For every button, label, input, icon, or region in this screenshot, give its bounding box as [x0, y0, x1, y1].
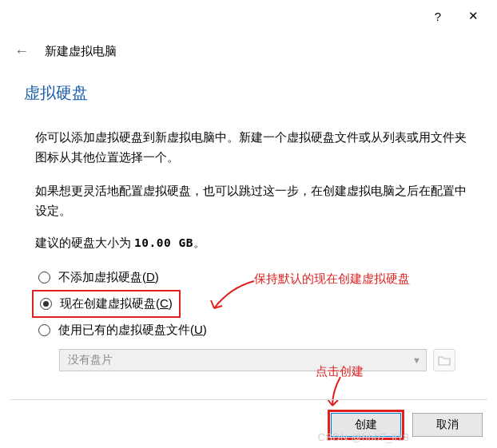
watermark: CSDN @hh07_ll18	[317, 431, 409, 443]
radio-no-disk[interactable]: 不添加虚拟硬盘(D)	[35, 265, 473, 290]
wizard-header: ← 新建虚拟电脑	[0, 32, 497, 66]
radio-label: 不添加虚拟硬盘(D)	[58, 270, 159, 285]
radio-label: 现在创建虚拟硬盘(C)	[60, 296, 173, 311]
size-prefix: 建议的硬盘大小为	[35, 236, 134, 249]
radio-label: 使用已有的虚拟硬盘文件(U)	[58, 323, 207, 338]
radio-icon	[40, 298, 52, 310]
dropdown-placeholder: 没有盘片	[68, 353, 113, 367]
recommended-size: 建议的硬盘大小为 10.00 GB。	[24, 236, 473, 251]
close-button[interactable]: ✕	[455, 3, 491, 29]
folder-icon	[438, 355, 451, 366]
browse-folder-button	[433, 349, 455, 371]
radio-icon	[38, 272, 50, 283]
description-p2: 如果想更灵活地配置虚拟硬盘，也可以跳过这一步，在创建虚拟电脑之后在配置中设定。	[24, 181, 473, 220]
cancel-button[interactable]: 取消	[412, 413, 483, 437]
content-area: 虚拟硬盘 你可以添加虚拟硬盘到新虚拟电脑中。新建一个虚拟硬盘文件或从列表或用文件…	[0, 66, 497, 379]
help-button[interactable]: ?	[420, 3, 455, 29]
radio-group: 不添加虚拟硬盘(D) 现在创建虚拟硬盘(C) 使用已有的虚拟硬盘文件(U)	[24, 265, 473, 343]
titlebar: ? ✕	[0, 0, 497, 32]
size-value: 10.00 GB	[134, 236, 193, 249]
footer-separator	[10, 399, 487, 400]
section-heading: 虚拟硬盘	[24, 82, 473, 104]
wizard-title: 新建虚拟电脑	[45, 44, 117, 59]
description-p1: 你可以添加虚拟硬盘到新虚拟电脑中。新建一个虚拟硬盘文件或从列表或用文件夹图标从其…	[24, 128, 473, 167]
existing-disk-dropdown: 没有盘片 ▼	[59, 349, 427, 371]
chevron-down-icon: ▼	[412, 355, 421, 365]
radio-use-existing[interactable]: 使用已有的虚拟硬盘文件(U)	[35, 318, 473, 343]
radio-create-now[interactable]: 现在创建虚拟硬盘(C)	[32, 290, 181, 318]
size-suffix: 。	[193, 236, 205, 249]
annotation-arrow-2	[318, 375, 358, 412]
radio-icon	[38, 324, 50, 336]
back-arrow-icon[interactable]: ←	[14, 43, 29, 60]
existing-disk-row: 没有盘片 ▼	[59, 349, 473, 371]
